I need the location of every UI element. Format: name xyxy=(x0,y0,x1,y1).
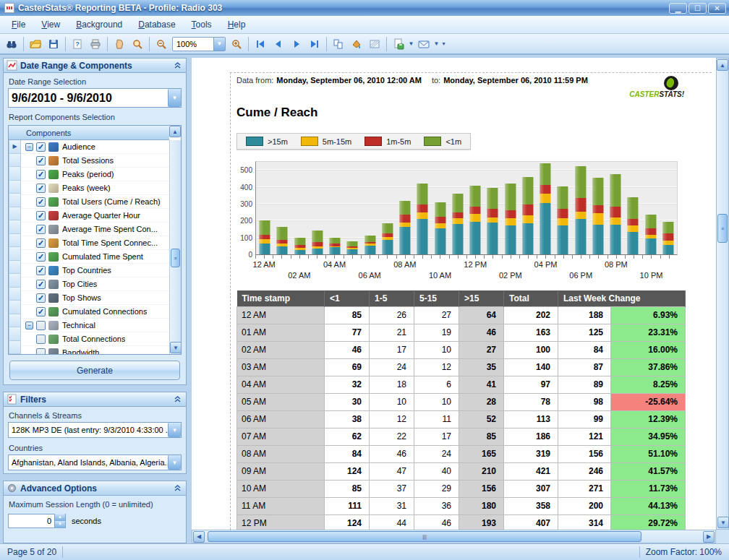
scroll-right-button[interactable]: ▶ xyxy=(703,531,715,543)
tree-item-total-sessions[interactable]: ✓Total Sessions xyxy=(21,154,169,168)
channels-combo[interactable]: 128K MP3 DE (last entry: 9/3/2010 4:33:0… xyxy=(8,422,182,438)
session-length-input[interactable]: 0 ▲▼ xyxy=(8,514,66,528)
menu-help[interactable]: Help xyxy=(221,17,253,33)
chevron-down-icon[interactable]: ▼ xyxy=(168,89,181,107)
bar-segment xyxy=(662,233,673,241)
pan-button[interactable] xyxy=(111,35,128,53)
tree-item-total-connections[interactable]: Total Connections xyxy=(21,332,169,346)
checkbox[interactable]: ✓ xyxy=(36,225,46,234)
maximize-button[interactable]: ☐ xyxy=(688,3,707,14)
scroll-up-button[interactable]: ▲ xyxy=(717,59,728,71)
tree-item-total-users-cume-reach[interactable]: ✓Total Users (Cume / Reach) xyxy=(21,195,169,209)
checkbox[interactable]: ✓ xyxy=(36,307,46,316)
menu-background[interactable]: Background xyxy=(69,17,129,33)
table-cell: 10 xyxy=(370,393,414,410)
session-length-stepper[interactable]: ▲▼ xyxy=(54,514,65,528)
advanced-panel-collapse-button[interactable] xyxy=(172,483,183,494)
stepper-up-icon[interactable]: ▲ xyxy=(55,514,65,521)
date-panel-collapse-button[interactable] xyxy=(172,60,183,71)
bar-segment xyxy=(487,188,498,209)
tree-item-total-time-spent-connec[interactable]: ✓Total Time Spent Connec... xyxy=(21,236,169,250)
checkbox[interactable]: ✓ xyxy=(36,252,46,262)
checkbox[interactable] xyxy=(36,348,46,355)
checkbox[interactable]: ✓ xyxy=(36,197,46,207)
minimize-button[interactable]: ▁ xyxy=(669,3,687,14)
export-dropdown-caret[interactable]: ▼ xyxy=(408,35,414,53)
tree-item-cumulated-connections[interactable]: ✓Cumulated Connections xyxy=(21,305,169,319)
menu-database[interactable]: Database xyxy=(131,17,182,33)
zoom-level-combo[interactable]: 100% ▼ xyxy=(172,37,226,51)
export-button[interactable] xyxy=(390,35,407,53)
zoom-select-button[interactable] xyxy=(129,35,146,53)
bar-segment xyxy=(487,223,498,254)
open-button[interactable] xyxy=(27,35,44,53)
checkbox[interactable]: ✓ xyxy=(36,170,46,179)
email-button[interactable] xyxy=(415,35,432,53)
stepper-down-icon[interactable]: ▼ xyxy=(55,521,65,528)
checkbox[interactable]: ✓ xyxy=(36,184,46,193)
checkbox[interactable]: ✓ xyxy=(36,156,46,165)
email-dropdown-caret[interactable]: ▼ xyxy=(433,35,440,53)
print-preview-button[interactable]: ? xyxy=(69,35,86,53)
collapse-expander-icon[interactable]: − xyxy=(25,143,33,151)
tree-item-technical[interactable]: −Technical xyxy=(21,319,169,332)
tree-item-top-cities[interactable]: ✓Top Cities xyxy=(21,277,169,291)
table-cell: 21 xyxy=(370,324,414,341)
checkbox[interactable]: ✓ xyxy=(36,238,46,248)
collapse-expander-icon[interactable]: − xyxy=(25,322,33,329)
menu-view[interactable]: View xyxy=(34,17,67,33)
previous-page-button[interactable] xyxy=(270,35,287,53)
tree-scroll-up-button[interactable]: ▲ xyxy=(169,126,181,137)
generate-button[interactable]: Generate xyxy=(9,361,180,380)
checkbox[interactable]: ✓ xyxy=(36,211,46,220)
zoom-out-button[interactable] xyxy=(153,35,170,53)
checkbox[interactable] xyxy=(36,321,46,330)
countries-combo[interactable]: Afghanistan, Aland Islands, Albania, Alg… xyxy=(8,455,182,470)
tree-item-average-time-spent-con[interactable]: ✓Average Time Spent Con... xyxy=(21,223,169,236)
scroll-down-button[interactable]: ▼ xyxy=(717,517,729,528)
chevron-down-icon[interactable]: ▼ xyxy=(168,423,181,437)
filters-panel-collapse-button[interactable] xyxy=(172,394,183,405)
find-button[interactable] xyxy=(3,35,20,53)
menu-tools[interactable]: Tools xyxy=(184,17,219,33)
horizontal-scrollbar-thumb[interactable]: ||| xyxy=(208,531,641,542)
table-header-row: Time stamp<11-55-15>15TotalLast Week Cha… xyxy=(237,290,686,306)
scroll-left-button[interactable]: ◀ xyxy=(193,531,205,543)
next-page-button[interactable] xyxy=(288,35,305,53)
vertical-scrollbar-thumb[interactable]: ≡ xyxy=(717,214,728,243)
tree-item-top-shows[interactable]: ✓Top Shows xyxy=(21,291,169,305)
menu-file[interactable]: File xyxy=(4,17,33,33)
tree-item-average-quarter-hour[interactable]: ✓Average Quarter Hour xyxy=(21,209,169,223)
tree-scrollbar[interactable]: ≡ ▼ xyxy=(169,140,181,354)
first-page-button[interactable] xyxy=(252,35,269,53)
checkbox[interactable]: ✓ xyxy=(36,280,46,289)
chevron-down-icon[interactable]: ▼ xyxy=(213,38,225,51)
last-page-button[interactable] xyxy=(306,35,323,53)
vertical-scrollbar[interactable]: ▲ ≡ ▼ xyxy=(716,58,729,530)
checkbox[interactable] xyxy=(36,335,46,344)
close-button[interactable]: ✕ xyxy=(708,3,726,14)
date-range-combo[interactable]: 9/6/2010 - 9/6/2010 ▼ xyxy=(8,88,182,108)
checkbox[interactable]: ✓ xyxy=(36,142,46,152)
tree-item-audience[interactable]: −✓Audience xyxy=(21,140,169,154)
tree-scrollbar-thumb[interactable]: ≡ xyxy=(171,249,180,267)
table-cell: 35 xyxy=(459,358,504,376)
bar-segment xyxy=(522,177,533,205)
watermark-button[interactable] xyxy=(366,35,383,53)
horizontal-scrollbar[interactable]: ◀ ||| ▶ xyxy=(192,530,716,543)
tree-item-peaks-period[interactable]: ✓Peaks (period) xyxy=(21,168,169,181)
tree-item-top-countries[interactable]: ✓Top Countries xyxy=(21,264,169,277)
tree-scroll-down-button[interactable]: ▼ xyxy=(170,342,181,353)
toolbar-overflow-chevron[interactable]: ▾ xyxy=(440,35,447,53)
save-button[interactable] xyxy=(45,35,62,53)
multi-page-view-button[interactable] xyxy=(330,35,347,53)
chevron-down-icon[interactable]: ▼ xyxy=(168,455,181,470)
print-button[interactable] xyxy=(87,35,104,53)
checkbox[interactable]: ✓ xyxy=(36,293,46,303)
page-color-button[interactable] xyxy=(348,35,365,53)
zoom-in-button[interactable] xyxy=(228,35,245,53)
tree-item-cumulated-time-spent[interactable]: ✓Cumulated Time Spent xyxy=(21,250,169,264)
tree-item-peaks-week[interactable]: ✓Peaks (week) xyxy=(21,181,169,195)
checkbox[interactable]: ✓ xyxy=(36,266,46,275)
tree-item-bandwidth[interactable]: Bandwidth xyxy=(21,346,169,354)
